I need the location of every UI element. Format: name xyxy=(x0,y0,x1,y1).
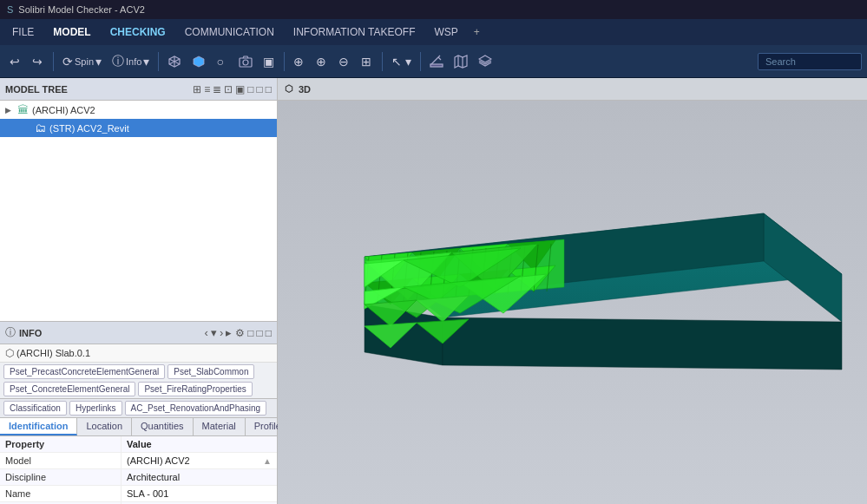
tab-material[interactable]: Material xyxy=(194,418,246,435)
info-icon-4[interactable]: □ xyxy=(266,327,272,339)
tree-icon-5[interactable]: ▣ xyxy=(235,83,245,95)
viewport-3d[interactable] xyxy=(278,101,867,504)
measure-button[interactable] xyxy=(425,52,448,71)
redo-button[interactable]: ↪ xyxy=(28,52,49,71)
menu-information-takeoff[interactable]: INFORMATION TAKEOFF xyxy=(285,23,424,42)
info-subtitle: ⬡ (ARCHI) Slab.0.1 xyxy=(0,344,277,363)
select-cursor-button[interactable]: ↖ ▾ xyxy=(387,52,416,71)
tree-icon-1[interactable]: ⊞ xyxy=(193,83,201,95)
hyperlinks-tab[interactable]: Hyperlinks xyxy=(69,401,122,416)
info-panel: ⓘ INFO ‹ ▾ › ▸ ⚙ □ □ □ ⬡ (ARCHI) Slab.0.… xyxy=(0,322,277,504)
property-table: Property Value Model (ARCHI) ACV2 ▲ Disc… xyxy=(0,436,277,504)
tree-icon-4[interactable]: ⊡ xyxy=(224,83,233,95)
svg-marker-9 xyxy=(443,317,842,370)
tree-icon-str: 🗂 xyxy=(35,121,46,134)
tree-item-archi[interactable]: ▶ 🏛 (ARCHI) ACV2 xyxy=(0,101,277,119)
map-button[interactable] xyxy=(450,52,472,71)
app-title: Solibri Model Checker - ACV2 xyxy=(18,4,145,15)
tree-icon-archi: 🏛 xyxy=(17,103,29,116)
toolbar-separator-1 xyxy=(53,52,54,71)
tree-icon-2[interactable]: ≡ xyxy=(204,83,210,95)
tree-icon-3[interactable]: ≣ xyxy=(213,83,221,95)
menu-model[interactable]: MODEL xyxy=(44,23,99,42)
prop-row-model: Model (ARCHI) ACV2 ▲ xyxy=(0,453,277,469)
zoom-fit-button[interactable]: ⊕ xyxy=(289,52,310,71)
sphere-button[interactable]: ○ xyxy=(212,52,233,71)
tree-label-archi: (ARCHI) ACV2 xyxy=(32,105,95,115)
info-nav-more[interactable]: ▸ xyxy=(226,326,232,339)
pset-tab-concrete[interactable]: Pset_ConcreteElementGeneral xyxy=(3,382,135,396)
info-nav-next[interactable]: › xyxy=(220,326,223,339)
viewport-header: ⬡ 3D xyxy=(278,78,867,101)
info-nav-prev[interactable]: ‹ xyxy=(205,326,208,339)
info-subtitle-text: (ARCHI) Slab.0.1 xyxy=(16,348,90,358)
prop-header-val: Value xyxy=(122,436,277,452)
tree-label-str: (STR) ACV2_Revit xyxy=(49,123,129,134)
scroll-hint: ▲ xyxy=(263,456,272,466)
info-icon-1[interactable]: ⚙ xyxy=(235,327,245,339)
app-logo: S xyxy=(7,4,13,15)
zoom-out-button[interactable]: ⊖ xyxy=(334,52,355,71)
toolbar: ↩ ↪ ⟳ Spin ▾ ⓘ Info ▾ ○ ▣ ⊕ ⊕ ⊖ ⊞ ↖ ▾ xyxy=(0,45,867,78)
svg-rect-2 xyxy=(430,64,443,67)
pset-tab-fire[interactable]: Pset_FireRatingProperties xyxy=(138,382,252,396)
classification-tab[interactable]: Classification xyxy=(3,401,67,416)
scene-svg xyxy=(278,101,867,504)
layers-button[interactable] xyxy=(474,52,496,71)
model-tree-toolbar: ⊞ ≡ ≣ ⊡ ▣ □ □ □ xyxy=(193,83,272,95)
prop-key-discipline: Discipline xyxy=(0,469,122,485)
prop-row-header: Property Value xyxy=(0,436,277,453)
prop-val-discipline: Architectural xyxy=(122,469,277,485)
prop-row-discipline: Discipline Architectural xyxy=(0,469,277,486)
spin-button[interactable]: ⟳ Spin ▾ xyxy=(58,52,106,71)
toolbar-separator-5 xyxy=(420,52,421,71)
toolbar-separator-3 xyxy=(284,52,285,71)
tab-location[interactable]: Location xyxy=(77,418,132,435)
info-panel-icons: ⚙ □ □ □ xyxy=(235,327,272,339)
tab-quantities[interactable]: Quantities xyxy=(132,418,194,435)
menu-add-tab[interactable]: + xyxy=(469,23,485,42)
tree-icon-8[interactable]: □ xyxy=(266,83,272,95)
tree-item-str[interactable]: 🗂 (STR) ACV2_Revit xyxy=(0,119,277,137)
renovation-tab[interactable]: AC_Pset_RenovationAndPhasing xyxy=(125,401,267,416)
box-solid-button[interactable] xyxy=(187,52,210,71)
classification-tabs: Classification Hyperlinks AC_Pset_Renova… xyxy=(0,399,277,418)
model-tree-title: MODEL TREE xyxy=(5,84,189,95)
tab-identification[interactable]: Identification xyxy=(0,418,77,435)
camera-button[interactable] xyxy=(234,52,257,71)
left-panel: MODEL TREE ⊞ ≡ ≣ ⊡ ▣ □ □ □ ▶ 🏛 (ARCHI) A… xyxy=(0,78,278,504)
prop-key-model: Model xyxy=(0,453,122,468)
pset-tab-precast[interactable]: Pset_PrecastConcreteElementGeneral xyxy=(3,364,165,379)
prop-header-key: Property xyxy=(0,436,122,452)
tree-arrow-archi: ▶ xyxy=(5,106,14,115)
toolbar-separator-4 xyxy=(382,52,383,71)
menu-communication[interactable]: COMMUNICATION xyxy=(176,23,283,42)
info-button[interactable]: ⓘ Info ▾ xyxy=(108,51,154,72)
tree-icon-6[interactable]: □ xyxy=(247,83,253,95)
info-icon-2[interactable]: □ xyxy=(247,327,253,339)
info-icon-3[interactable]: □ xyxy=(257,327,263,339)
model-tree-content: ▶ 🏛 (ARCHI) ACV2 🗂 (STR) ACV2_Revit xyxy=(0,101,277,321)
model-tree-panel: MODEL TREE ⊞ ≡ ≣ ⊡ ▣ □ □ □ ▶ 🏛 (ARCHI) A… xyxy=(0,78,277,322)
pset-tab-slab[interactable]: Pset_SlabCommon xyxy=(167,364,254,379)
main-area: MODEL TREE ⊞ ≡ ≣ ⊡ ▣ □ □ □ ▶ 🏛 (ARCHI) A… xyxy=(0,78,867,504)
zoom-box-button[interactable]: ⊞ xyxy=(357,52,378,71)
zoom-in-button[interactable]: ⊕ xyxy=(312,52,332,71)
menu-file[interactable]: FILE xyxy=(3,23,43,42)
search-input[interactable] xyxy=(758,53,862,70)
toolbar-separator-2 xyxy=(158,52,159,71)
prop-key-name: Name xyxy=(0,486,122,501)
info-nav-controls: ‹ ▾ › ▸ xyxy=(205,326,233,339)
info-subtitle-icon: ⬡ xyxy=(5,347,14,359)
tree-icon-7[interactable]: □ xyxy=(257,83,263,95)
menu-wsp[interactable]: WSP xyxy=(425,23,466,42)
info-nav-down[interactable]: ▾ xyxy=(211,326,217,339)
info-panel-header: ⓘ INFO ‹ ▾ › ▸ ⚙ □ □ □ xyxy=(0,322,277,344)
menu-checking[interactable]: CHECKING xyxy=(102,23,174,42)
prop-val-name: SLA - 001 xyxy=(122,486,277,501)
box-wireframe-button[interactable] xyxy=(163,52,186,71)
viewport-title: 3D xyxy=(299,84,311,95)
svg-point-1 xyxy=(243,60,248,65)
undo-button[interactable]: ↩ xyxy=(5,52,26,71)
model-view-button[interactable]: ▣ xyxy=(259,52,279,71)
